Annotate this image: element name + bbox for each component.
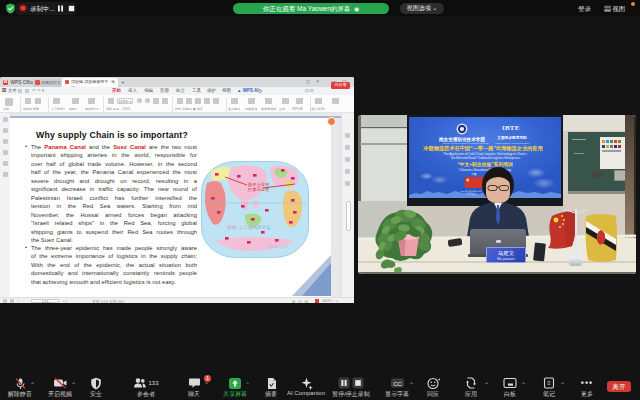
svg-text:CC: CC: [393, 381, 402, 387]
svg-text:人工修筑的河道: 人工修筑的河道: [239, 224, 271, 230]
svg-text:运河:: 运河:: [227, 225, 237, 230]
svg-text:+: +: [437, 377, 439, 382]
svg-text:≡: ≡: [547, 380, 551, 386]
svg-text:仅供学习交流: 仅供学习交流: [267, 245, 289, 249]
svg-text:巴拿马运河: 巴拿马运河: [248, 187, 270, 192]
